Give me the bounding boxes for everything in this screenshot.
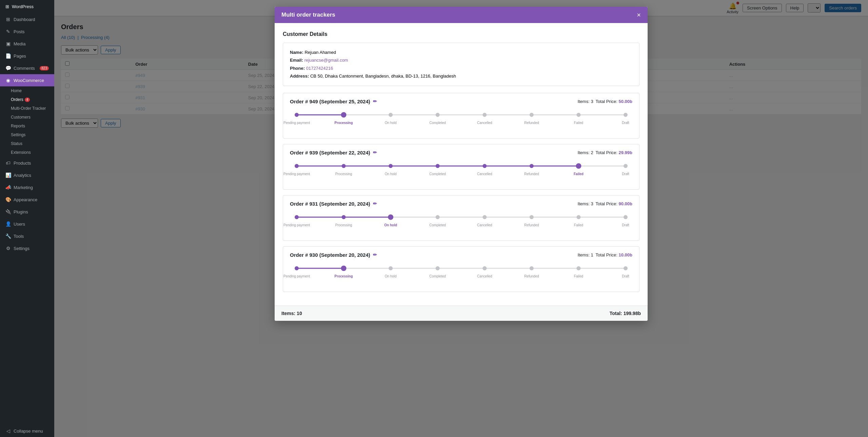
svg-point-64 — [483, 267, 486, 270]
footer-items: Items: 10 — [281, 311, 302, 316]
svg-point-56 — [295, 267, 298, 270]
tracker-wrapper-930: Pending paymentProcessingOn holdComplete… — [290, 263, 632, 286]
sidebar-item-users[interactable]: 👤 Users — [0, 218, 54, 230]
settings-icon: ⚙ — [5, 246, 11, 251]
order-number-931: Order # 931 (September 20, 2024) — [290, 201, 370, 207]
svg-text:Draft: Draft — [622, 172, 629, 176]
sidebar-item-dashboard[interactable]: ⊞ Dashboard — [0, 13, 54, 25]
sidebar-sub-extensions[interactable]: Extensions — [0, 148, 54, 157]
svg-point-50 — [577, 215, 580, 219]
main-area: 🔔 Activity Screen Options Help Search or… — [54, 0, 868, 437]
order-card-header-930: Order # 930 (September 20, 2024) ✏Items:… — [290, 252, 632, 258]
customer-address-row: Address: CB 50, Dhaka Cantonment, Bangla… — [290, 72, 632, 80]
tools-icon: 🔧 — [5, 233, 11, 239]
svg-point-48 — [530, 215, 533, 219]
svg-text:Processing: Processing — [335, 121, 353, 125]
sidebar-item-tools[interactable]: 🔧 Tools — [0, 230, 54, 242]
tracker-wrapper-939: Pending paymentProcessingOn holdComplete… — [290, 161, 632, 184]
order-meta-931: Items: 3 Total Price: 90.00b — [577, 201, 632, 206]
sidebar-item-analytics[interactable]: 📊 Analytics — [0, 169, 54, 181]
svg-text:Failed: Failed — [574, 172, 584, 176]
svg-point-46 — [483, 215, 486, 219]
sidebar-sub-status[interactable]: Status — [0, 139, 54, 148]
svg-text:Processing: Processing — [335, 172, 352, 176]
svg-text:On hold: On hold — [385, 274, 397, 278]
footer-total: Total: 199.98b — [610, 311, 641, 316]
sidebar-sub-settings[interactable]: Settings — [0, 130, 54, 139]
sidebar-item-pages[interactable]: 📄 Pages — [0, 50, 54, 62]
customer-email-row: Email: rejuancse@gmail.com — [290, 56, 632, 64]
order-title-931: Order # 931 (September 20, 2024) ✏ — [290, 201, 377, 207]
analytics-icon: 📊 — [5, 172, 11, 178]
sidebar-item-media[interactable]: ▣ Media — [0, 38, 54, 50]
svg-point-68 — [577, 267, 580, 270]
order-title-930: Order # 930 (September 20, 2024) ✏ — [290, 252, 377, 258]
svg-text:Cancelled: Cancelled — [477, 223, 492, 227]
sidebar-item-settings2[interactable]: ⚙ Settings — [0, 242, 54, 254]
sidebar-sub-reports[interactable]: Reports — [0, 122, 54, 130]
sidebar-item-woocommerce[interactable]: ◉ WooCommerce — [0, 74, 54, 86]
svg-point-22 — [342, 164, 346, 168]
pages-icon: 📄 — [5, 53, 11, 59]
svg-text:Completed: Completed — [430, 274, 446, 278]
media-icon: ▣ — [5, 41, 11, 46]
order-card-949: Order # 949 (September 25, 2024) ✏Items:… — [283, 93, 639, 139]
modal-title: Multi order trackers — [281, 12, 335, 18]
order-edit-icon-949[interactable]: ✏ — [373, 99, 377, 104]
svg-text:Refunded: Refunded — [524, 223, 539, 227]
svg-text:Completed: Completed — [430, 223, 446, 227]
svg-text:Cancelled: Cancelled — [477, 172, 492, 176]
order-edit-icon-930[interactable]: ✏ — [373, 252, 377, 257]
sidebar: ⊞ WordPress ⊞ Dashboard ✎ Posts ▣ Media … — [0, 0, 54, 437]
order-title-949: Order # 949 (September 25, 2024) ✏ — [290, 99, 377, 104]
sidebar-sub-customers[interactable]: Customers — [0, 113, 54, 122]
order-price-949: 50.00b — [619, 99, 632, 104]
order-card-header-931: Order # 931 (September 20, 2024) ✏Items:… — [290, 201, 632, 207]
sidebar-sub-home[interactable]: Home — [0, 86, 54, 95]
sidebar-item-products[interactable]: 🏷 Products — [0, 157, 54, 169]
collapse-icon: ◁ — [5, 428, 11, 434]
svg-point-26 — [436, 164, 439, 168]
modal-footer: Items: 10 Total: 199.98b — [275, 306, 648, 321]
dashboard-icon: ⊞ — [5, 17, 11, 22]
svg-point-66 — [530, 267, 533, 270]
customer-name-row: Name: Rejuan Ahamed — [290, 48, 632, 56]
svg-point-30 — [530, 164, 533, 168]
svg-point-8 — [436, 113, 439, 117]
sidebar-item-marketing[interactable]: 📣 Marketing — [0, 181, 54, 193]
svg-text:On hold: On hold — [385, 121, 397, 125]
svg-point-40 — [342, 215, 346, 219]
order-title-939: Order # 939 (September 22, 2024) ✏ — [290, 150, 377, 155]
tracker-svg-931: Pending paymentProcessingOn holdComplete… — [297, 212, 626, 232]
svg-text:Refunded: Refunded — [524, 172, 539, 176]
sidebar-item-posts[interactable]: ✎ Posts — [0, 25, 54, 38]
svg-text:Pending payment: Pending payment — [283, 274, 310, 278]
customer-info-box: Name: Rejuan Ahamed Email: rejuancse@gma… — [283, 43, 639, 86]
sidebar-collapse-menu[interactable]: ◁ Collapse menu — [0, 425, 54, 437]
svg-point-10 — [483, 113, 486, 117]
comments-icon: 💬 — [5, 65, 11, 71]
order-edit-icon-931[interactable]: ✏ — [373, 201, 377, 206]
sidebar-item-comments[interactable]: 💬 Comments 823 — [0, 62, 54, 74]
svg-point-6 — [389, 113, 392, 117]
sidebar-item-plugins[interactable]: 🔌 Plugins — [0, 206, 54, 218]
sidebar-sub-orders[interactable]: Orders 4 — [0, 95, 54, 104]
wp-logo-icon: ⊞ — [5, 4, 9, 9]
svg-point-42 — [388, 215, 393, 220]
order-number-930: Order # 930 (September 20, 2024) — [290, 252, 370, 258]
svg-text:On hold: On hold — [385, 172, 397, 176]
tracker-svg-949: Pending paymentProcessingOn holdComplete… — [297, 110, 626, 130]
sidebar-item-appearance[interactable]: 🎨 Appearance — [0, 193, 54, 206]
order-price-930: 10.00b — [619, 252, 632, 257]
svg-point-52 — [624, 215, 627, 219]
sidebar-sub-multi-order[interactable]: Multi-Order Tracker — [0, 104, 54, 113]
svg-text:Draft: Draft — [622, 223, 629, 227]
order-card-930: Order # 930 (September 20, 2024) ✏Items:… — [283, 246, 639, 292]
svg-text:Refunded: Refunded — [524, 274, 539, 278]
modal-close-button[interactable]: × — [637, 12, 641, 18]
order-edit-icon-939[interactable]: ✏ — [373, 150, 377, 155]
svg-point-32 — [576, 164, 581, 168]
modal-overlay: Multi order trackers × Customer Details … — [54, 0, 868, 437]
svg-text:Pending payment: Pending payment — [283, 172, 310, 176]
tracker-svg-939: Pending paymentProcessingOn holdComplete… — [297, 161, 626, 181]
